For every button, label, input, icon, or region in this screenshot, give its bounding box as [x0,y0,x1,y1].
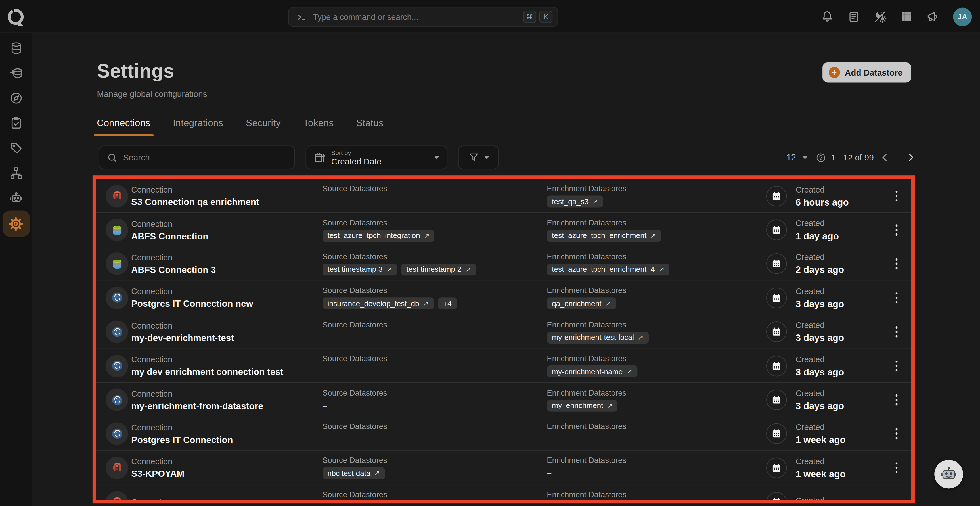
datastore-chip[interactable]: my-enrichment-name↗ [547,366,637,377]
connection-name: Postgres IT Connection new [131,299,253,309]
command-bar[interactable]: Type a command or search... ⌘ K [288,7,558,27]
connection-type-label: Connection [131,457,184,466]
page-size-caret-icon[interactable] [802,156,807,159]
connection-type-label: Connection [131,287,253,296]
row-menu-kebab-icon[interactable] [893,222,900,238]
sidebar-item-sitemap[interactable] [2,161,30,185]
page-size-value[interactable]: 12 [786,153,796,162]
datastore-chip[interactable]: test_azure_tpch_enrichment_4↗ [547,264,669,275]
chip-label: insurance_develop_test_db [328,299,419,308]
connection-row[interactable]: Connectionmy dev enrichment connection t… [96,349,911,383]
sidebar-item-clipboard-check[interactable] [2,110,30,135]
connection-name: ABFS Connection 3 [131,265,216,275]
row-menu-kebab-icon[interactable] [893,290,900,306]
datastore-chip[interactable]: my-enrichment-test-local↗ [547,332,648,344]
row-menu-kebab-icon[interactable] [893,460,900,476]
datastore-chip[interactable]: my_enrichment↗ [547,399,617,411]
theme-toggle-icon[interactable] [874,10,887,23]
app-logo-icon[interactable] [6,7,25,27]
datastore-chip[interactable]: test_qa_s3↗ [547,196,603,208]
tab-bar: ConnectionsIntegrationsSecurityTokensSta… [97,118,916,136]
connection-row[interactable]: ConnectionABFS Connection 3Source Datast… [96,247,911,282]
row-menu-kebab-icon[interactable] [893,358,900,374]
created-label: Created [796,496,825,503]
calendar-icon [766,220,787,240]
add-datastore-button[interactable]: + Add Datastore [822,62,911,82]
source-datastores-label: Source Datastores [323,320,387,329]
datastore-chip[interactable]: test timestamp 3↗ [323,264,397,275]
connection-row[interactable]: ConnectionPostgres IT Connection newSour… [96,281,911,315]
sidebar-item-robot[interactable] [2,185,30,210]
enrichment-datastores-label: Enrichment Datastores [547,184,626,193]
source-datastores-label: Source Datastores [323,218,434,227]
connection-row[interactable]: ConnectionS3-KPOYAMSource Datastoresnbc … [96,451,911,485]
chip-label: test_azure_tpch_integration [328,231,420,240]
help-icon[interactable] [815,152,826,163]
row-menu-kebab-icon[interactable] [893,324,900,340]
empty-value: – [547,469,551,478]
tab-tokens[interactable]: Tokens [303,118,334,136]
connection-type-label: Connection [131,219,208,228]
topbar: Type a command or search... ⌘ K JA [0,0,980,33]
connection-type-label: Connection [131,355,283,364]
calendar-sort-icon [314,152,326,164]
chip-label: my-enrichment-test-local [552,333,634,342]
previous-page-icon[interactable] [880,153,890,162]
app: Type a command or search... ⌘ K JA [0,0,980,506]
apps-grid-icon[interactable] [900,11,912,22]
chip-label: test_azure_tpch_enrichment [552,231,646,240]
search-input[interactable]: Search [99,146,295,170]
filter-dropdown[interactable] [458,146,499,170]
more-count-chip[interactable]: +4 [438,298,457,310]
row-menu-kebab-icon[interactable] [893,256,900,272]
notifications-bell-icon[interactable] [821,10,834,23]
connection-row[interactable]: Connectionmy-dev-enrichment-testSource D… [96,315,911,349]
calendar-icon [766,253,787,274]
chip-label: test_qa_s3 [552,197,589,206]
enrichment-datastores-label: Enrichment Datastores [547,354,637,363]
sidebar-item-tag[interactable] [2,135,30,161]
datastore-chip[interactable]: test_azure_tpch_enrichment↗ [547,230,661,242]
external-link-icon: ↗ [651,231,656,240]
datastore-chip[interactable]: qa_enrichment↗ [547,298,616,310]
assistant-robot-button[interactable] [934,460,963,488]
row-menu-kebab-icon[interactable] [893,426,900,442]
changelog-icon[interactable] [848,10,860,23]
created-label: Created [796,457,846,466]
sidebar-item-gear[interactable] [2,210,30,237]
sort-dropdown[interactable]: Sort by Created Date [306,146,448,170]
sidebar-item-database-import[interactable] [2,60,30,86]
datastore-chip[interactable]: nbc test data↗ [323,467,385,479]
next-page-icon[interactable] [905,153,916,162]
created-value: 1 week ago [796,434,846,445]
gear-icon [9,216,23,231]
sidebar-item-database[interactable] [2,35,30,60]
sidebar-item-compass[interactable] [2,86,30,110]
calendar-icon [766,355,787,376]
chip-label: +4 [443,299,452,308]
enrichment-datastores-label: Enrichment Datastores [547,456,626,465]
datastore-chip[interactable]: test_azure_tpch_integration↗ [323,230,434,242]
connection-name: S3-KPOYAM [131,469,184,479]
connection-row[interactable]: ConnectionSource DatastoresEnrichment Da… [96,485,911,503]
sitemap-icon [9,166,23,180]
source-datastores-label: Source Datastores [323,422,387,431]
datastore-chip[interactable]: test timestamp 2↗ [401,264,476,275]
s3-datastore-icon [106,185,128,207]
datastore-chip[interactable]: insurance_develop_test_db↗ [323,298,434,310]
row-menu-kebab-icon[interactable] [893,392,900,408]
tab-connections[interactable]: Connections [97,118,150,136]
connection-row[interactable]: ConnectionPostgres IT ConnectionSource D… [96,417,911,451]
tab-integrations[interactable]: Integrations [173,118,223,136]
tab-status[interactable]: Status [356,118,383,136]
tab-security[interactable]: Security [246,118,281,136]
connection-row[interactable]: ConnectionABFS ConnectionSource Datastor… [96,213,911,247]
compass-icon [9,91,23,105]
connection-row[interactable]: Connectionmy-enrichment-from-datastoreSo… [96,383,911,417]
robot-icon [9,191,23,205]
empty-value: – [323,401,327,410]
user-avatar[interactable]: JA [953,7,972,26]
announcements-megaphone-icon[interactable] [926,10,939,23]
row-menu-kebab-icon[interactable] [893,188,900,204]
connection-row[interactable]: ConnectionS3 Connection qa enrichmentSou… [96,179,911,213]
